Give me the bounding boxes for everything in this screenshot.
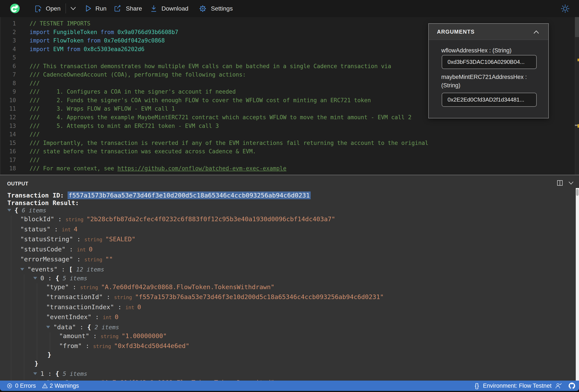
flow-logo-icon[interactable] (10, 4, 20, 13)
run-button[interactable]: Run (95, 0, 106, 17)
collapse-arrow-icon[interactable] (33, 277, 37, 280)
output-scrollbar[interactable] (576, 188, 579, 381)
output-panel: OUTPUT Transaction ID: f557a1573b76aa53e… (0, 175, 579, 381)
errors-count[interactable]: 0 Errors (15, 381, 36, 391)
line-number: 4 (0, 45, 16, 54)
editor-scrollbar-thumb[interactable] (575, 17, 579, 37)
line-number: 14 (0, 130, 16, 139)
json-row: "amount" : string "1.00000000" (59, 332, 167, 340)
indent-guide (50, 332, 50, 352)
settings-button[interactable]: Settings (211, 0, 233, 17)
line-numbers: 123456789101112131415161718 (0, 19, 16, 173)
json-row: "events" : [ 12 items (20, 265, 104, 274)
indent-guide (11, 215, 11, 381)
share-button[interactable]: Share (126, 0, 142, 17)
open-button[interactable]: Open (46, 0, 61, 17)
indent-guide (24, 275, 24, 381)
code-line: // TESTNET IMPORTS (30, 19, 428, 28)
code-line: /// state before the transaction was exe… (30, 147, 428, 156)
line-number: 8 (0, 79, 16, 88)
editor-scrollbar[interactable] (575, 17, 579, 175)
collapse-arguments-chevron-icon[interactable] (533, 30, 539, 34)
arguments-panel-header[interactable]: ARGUMENTS (429, 24, 548, 40)
collapse-arrow-icon[interactable] (7, 209, 11, 212)
line-number: 10 (0, 96, 16, 105)
json-row: "transactionId" : string "f557a1573b76aa… (46, 293, 384, 301)
code-line: /// 1. Configures a COA in the signer's … (30, 88, 428, 96)
json-row: "errorMessage" : string "" (20, 255, 113, 264)
code-line (30, 54, 428, 62)
json-row: 0 : { 5 items (33, 274, 87, 282)
collapse-arrow-icon[interactable] (33, 372, 37, 375)
json-row: "blockId" : string "2b28cbfb87da2cfec4f0… (20, 215, 335, 224)
line-number: 5 (0, 54, 16, 62)
indent-guide (37, 379, 37, 381)
warnings-count[interactable]: 2 Warnings (50, 381, 79, 391)
line-number: 18 (0, 164, 16, 173)
line-number: 3 (0, 36, 16, 45)
download-icon (151, 5, 157, 12)
theme-toggle-sun-icon[interactable] (561, 4, 570, 13)
warnings-icon (42, 383, 48, 388)
line-number: 1 (0, 19, 16, 28)
line-number: 6 (0, 62, 16, 71)
warning-marker (578, 59, 579, 61)
line-number: 12 (0, 113, 16, 122)
argument-input[interactable]: 0xd3bF53DAC106A0290B04... (442, 55, 537, 69)
github-icon[interactable] (569, 383, 575, 389)
code-content[interactable]: // TESTNET IMPORTSimport FungibleToken f… (30, 19, 428, 173)
output-scrollbar-thumb[interactable] (576, 189, 579, 196)
code-line: /// (30, 79, 428, 88)
line-number: 17 (0, 156, 16, 165)
collapse-arrow-icon[interactable] (20, 268, 24, 271)
settings-gear-icon (199, 4, 207, 13)
json-row: "type" : string "A.7e60df042a9c0868.Flow… (46, 378, 274, 381)
json-row: } (46, 350, 51, 359)
app-window: Open Run Share Download (0, 0, 579, 391)
json-row: { 6 items (7, 206, 46, 215)
open-dropdown-chevron-icon[interactable] (70, 6, 76, 11)
indent-guide (37, 283, 37, 361)
json-row: "statusString" : string "SEALED" (20, 235, 135, 243)
errors-icon (7, 383, 12, 388)
code-line: /// For more context, see https://github… (30, 164, 428, 173)
feedback-user-icon[interactable] (555, 383, 562, 389)
status-bar: 0 Errors 2 Warnings {} Environment: Flow… (0, 381, 579, 391)
line-number: 7 (0, 70, 16, 79)
toolbar: Open Run Share Download (0, 0, 579, 17)
json-row: } (33, 359, 38, 368)
json-row: "data" : { 2 items (46, 323, 119, 332)
share-icon (114, 5, 122, 12)
code-line: /// 5. Attempts to mint an ERC721 token … (30, 122, 428, 130)
code-line: /// 2. Funds the signer's COA with enoug… (30, 96, 428, 105)
json-row: "eventIndex" : int 0 (46, 313, 119, 321)
download-button[interactable]: Download (161, 0, 188, 17)
braces-icon: {} (475, 381, 479, 391)
json-row: "status" : int 4 (20, 225, 77, 233)
code-line: import EVM from 0x8c5303eaa26202d6 (30, 45, 428, 54)
code-line: /// 4. Approves the example MaybeMintERC… (30, 113, 428, 122)
arguments-panel: ARGUMENTS wflowAddressHex : (String) 0xd… (428, 23, 549, 118)
code-line: /// (30, 156, 428, 165)
line-number: 11 (0, 105, 16, 113)
code-line: import FlowToken from 0x7e60df042a9c0868 (30, 36, 428, 45)
code-line: /// CadenceOwnedAccount (COA), performin… (30, 70, 428, 79)
line-number: 15 (0, 139, 16, 148)
code-line: /// This transaction demonstrates how mu… (30, 62, 428, 71)
warning-marker (578, 124, 579, 128)
collapse-arrow-icon[interactable] (46, 326, 50, 328)
code-line: import FungibleToken from 0x9a0766d93b66… (30, 28, 428, 37)
json-row: "from" : string "0xfd3b4cd50d44e6ed" (59, 341, 189, 350)
line-number: 13 (0, 122, 16, 130)
arguments-panel-title: ARGUMENTS (437, 29, 475, 35)
code-line: /// 3. Wraps FLOW as WFLOW - EVM call 1 (30, 105, 428, 113)
argument-input[interactable]: 0x2E2Ed0Cfd3AD2f1d34481... (442, 93, 537, 107)
json-row: 1 : { 5 items (33, 369, 87, 378)
environment-label[interactable]: Environment: Flow Testnet (483, 381, 552, 391)
line-number: 2 (0, 28, 16, 37)
json-tree: { 6 items"blockId" : string "2b28cbfb87d… (0, 175, 579, 381)
open-file-icon (35, 5, 41, 12)
code-line: /// Importantly, the transaction is reve… (30, 139, 428, 148)
code-line: /// (30, 130, 428, 139)
line-number: 9 (0, 88, 16, 96)
